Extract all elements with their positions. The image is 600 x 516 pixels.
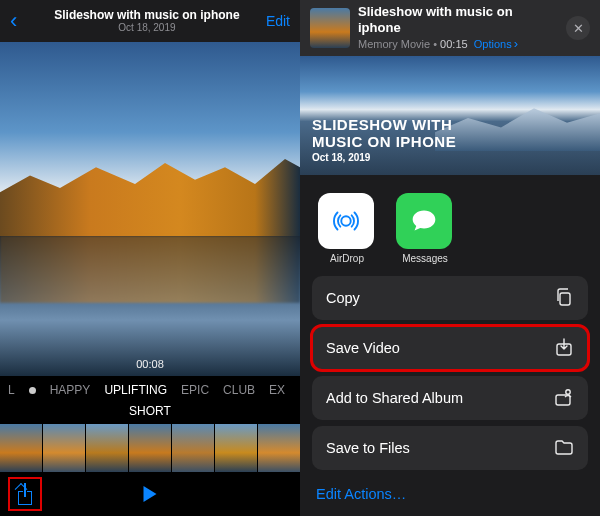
copy-action[interactable]: Copy bbox=[312, 276, 588, 320]
airdrop-icon bbox=[318, 193, 374, 249]
back-button[interactable]: ‹ bbox=[10, 8, 28, 34]
mood-dot-icon bbox=[29, 387, 36, 394]
thumbnail[interactable] bbox=[0, 424, 42, 472]
svg-point-4 bbox=[566, 389, 570, 393]
mood-item[interactable]: EPIC bbox=[181, 383, 209, 397]
edit-button[interactable]: Edit bbox=[266, 13, 290, 29]
editor-title: Slideshow with music on iphone bbox=[28, 9, 266, 22]
share-preview: SLIDESHOW WITH MUSIC ON IPHONE Oct 18, 2… bbox=[300, 56, 600, 175]
share-icon bbox=[16, 483, 34, 505]
playback-time: 00:08 bbox=[0, 358, 300, 370]
mood-item[interactable]: L bbox=[8, 383, 15, 397]
add-shared-album-action[interactable]: Add to Shared Album bbox=[312, 376, 588, 420]
thumbnail[interactable] bbox=[129, 424, 171, 472]
thumbnail[interactable] bbox=[43, 424, 85, 472]
thumbnail[interactable] bbox=[258, 424, 300, 472]
share-title: Slideshow with music on iphone bbox=[358, 4, 558, 37]
duration-selector[interactable]: SHORT bbox=[0, 404, 300, 424]
svg-rect-3 bbox=[556, 395, 570, 405]
mood-item[interactable]: CLUB bbox=[223, 383, 255, 397]
messages-button[interactable]: Messages bbox=[396, 193, 454, 264]
svg-rect-1 bbox=[560, 293, 570, 305]
download-icon bbox=[554, 337, 574, 360]
edit-actions-link[interactable]: Edit Actions… bbox=[300, 476, 600, 516]
shared-album-icon bbox=[554, 387, 574, 410]
editor-header: ‹ Slideshow with music on iphone Oct 18,… bbox=[0, 0, 300, 42]
svg-point-0 bbox=[341, 216, 350, 225]
editor-toolbar bbox=[0, 472, 300, 516]
slideshow-editor-pane: ‹ Slideshow with music on iphone Oct 18,… bbox=[0, 0, 300, 516]
save-video-action[interactable]: Save Video bbox=[312, 326, 588, 370]
share-targets: AirDrop Messages bbox=[300, 185, 600, 270]
messages-icon bbox=[396, 193, 452, 249]
share-sheet-header: Slideshow with music on iphone Memory Mo… bbox=[300, 0, 600, 56]
share-button[interactable] bbox=[8, 477, 42, 511]
editor-subtitle: Oct 18, 2019 bbox=[28, 22, 266, 33]
close-button[interactable]: ✕ bbox=[566, 16, 590, 40]
mood-item[interactable]: HAPPY bbox=[50, 383, 91, 397]
preview-title-line2: MUSIC ON IPHONE bbox=[312, 133, 456, 150]
play-button[interactable] bbox=[144, 486, 157, 502]
copy-icon bbox=[554, 287, 574, 310]
share-subtitle: Memory Movie • 00:15 Options› bbox=[358, 36, 558, 52]
save-to-files-action[interactable]: Save to Files bbox=[312, 426, 588, 470]
mood-item-selected[interactable]: UPLIFTING bbox=[104, 383, 167, 397]
thumbnail[interactable] bbox=[215, 424, 257, 472]
thumbnail[interactable] bbox=[172, 424, 214, 472]
mood-selector[interactable]: L HAPPY UPLIFTING EPIC CLUB EX bbox=[0, 376, 300, 404]
share-thumbnail bbox=[310, 8, 350, 48]
share-sheet: Slideshow with music on iphone Memory Mo… bbox=[300, 0, 600, 516]
mood-item[interactable]: EX bbox=[269, 383, 285, 397]
folder-icon bbox=[554, 437, 574, 460]
close-icon: ✕ bbox=[573, 21, 584, 36]
preview-title-line1: SLIDESHOW WITH bbox=[312, 116, 456, 133]
options-link[interactable]: Options› bbox=[474, 38, 518, 50]
thumbnail-strip[interactable] bbox=[0, 424, 300, 472]
airdrop-button[interactable]: AirDrop bbox=[318, 193, 376, 264]
share-actions: Copy Save Video Add to Shared Album Save… bbox=[300, 270, 600, 476]
thumbnail[interactable] bbox=[86, 424, 128, 472]
preview-date: Oct 18, 2019 bbox=[312, 152, 456, 163]
slideshow-preview[interactable]: 00:08 bbox=[0, 42, 300, 376]
